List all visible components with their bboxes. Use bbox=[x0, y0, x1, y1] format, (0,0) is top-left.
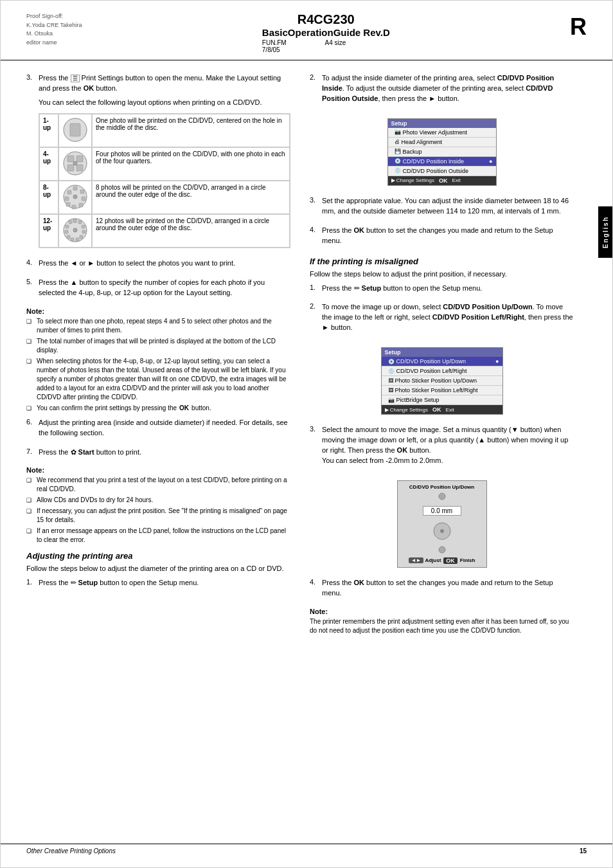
misaligned-step-2-num: 2. bbox=[310, 302, 319, 337]
right-step-4-num: 4. bbox=[310, 226, 319, 250]
misaligned-step-2-content: To move the image up or down, select CD/… bbox=[322, 302, 574, 337]
svg-rect-28 bbox=[71, 238, 74, 241]
setup-menu-2-item-5: 📷 PictBridge Setup bbox=[382, 395, 502, 405]
misaligned-step-2-text: To move the image up or down, select CD/… bbox=[322, 302, 574, 333]
layout-name-8up: 8-up bbox=[39, 181, 58, 214]
right-step-4-content: Press the OK button to set the changes y… bbox=[322, 226, 574, 250]
svg-rect-30 bbox=[65, 230, 68, 233]
note-3-title: Note: bbox=[310, 608, 574, 615]
misaligned-step-4-content: Press the OK button to set the changes y… bbox=[322, 578, 574, 602]
misaligned-step-1-content: Press the ✏ Setup button to open the Set… bbox=[322, 284, 574, 298]
header-meta: FUN.FM A4 size bbox=[262, 39, 390, 46]
note-1-item-1: To select more than one photo, repeat st… bbox=[26, 317, 290, 335]
note-2-title: Note: bbox=[26, 466, 290, 474]
note-2: Note: We recommend that you print a test… bbox=[26, 466, 290, 545]
layout-icon-4up bbox=[58, 147, 92, 181]
misaligned-step-1: 1. Press the ✏ Setup button to open the … bbox=[310, 284, 574, 298]
right-step-3-num: 3. bbox=[310, 196, 319, 221]
footer-left: Other Creative Printing Options bbox=[26, 847, 116, 854]
layout-row-1up: 1-up One photo will be print bbox=[39, 114, 290, 147]
setup-menu-2: Setup 💿 CD/DVD Position Up/Down ● 💿 CD/D… bbox=[381, 347, 503, 415]
misaligned-step-3: 3. Select the amount to move the image. … bbox=[310, 425, 574, 470]
svg-rect-12 bbox=[73, 186, 77, 190]
adjust-step-1-content: Press the ✏ Setup button to open the Set… bbox=[39, 578, 290, 592]
svg-point-11 bbox=[73, 195, 77, 199]
title-block: R4CG230 BasicOperationGuide Rev.D FUN.FM… bbox=[262, 12, 390, 53]
step-3: 3. Press the ☰ Print Settings button to … bbox=[26, 73, 290, 253]
adjusting-intro: Follow the steps below to adjust the dia… bbox=[26, 564, 290, 574]
right-step-2-text: To adjust the inside diameter of the pri… bbox=[322, 73, 574, 104]
fun-fm: FUN.FM bbox=[262, 39, 287, 46]
step-6: 6. Adjust the printing area (inside and … bbox=[26, 418, 290, 442]
adjust-step-1-num: 1. bbox=[26, 578, 35, 592]
note-1-title: Note: bbox=[26, 307, 290, 315]
step-4-num: 4. bbox=[26, 258, 35, 273]
step-5-num: 5. bbox=[26, 278, 35, 302]
content-area: 3. Press the ☰ Print Settings button to … bbox=[1, 60, 612, 653]
setup-menu-1-item-5: 💿 CD/DVD Position Outside bbox=[388, 167, 496, 176]
svg-point-36 bbox=[440, 529, 444, 533]
misaligned-step-2: 2. To move the image up or down, select … bbox=[310, 302, 574, 337]
english-tab: English bbox=[602, 216, 609, 248]
dial-row bbox=[432, 521, 452, 541]
setup-menu-1-item-1: 📷 Photo Viewer Adjustment bbox=[388, 128, 496, 138]
step-4-text: Press the ◄ or ► button to select the ph… bbox=[39, 258, 290, 269]
step-3-content: Press the ☰ Print Settings button to ope… bbox=[39, 73, 290, 253]
step-3-subtext: You can select the following layout opti… bbox=[39, 98, 290, 108]
right-step-3: 3. Set the appropriate value. You can ad… bbox=[310, 196, 574, 221]
page-container: Proof Sign-off: K.Yoda CRE Takehira M. O… bbox=[0, 0, 613, 868]
down-indicator bbox=[437, 546, 447, 555]
svg-rect-16 bbox=[72, 205, 76, 209]
step-4: 4. Press the ◄ or ► button to select the… bbox=[26, 258, 290, 273]
layout-desc-12up: 12 photos will be printed on the CD/DVD,… bbox=[92, 214, 290, 248]
note-3: Note: The printer remembers the print ad… bbox=[310, 608, 574, 635]
layout-desc-8up: 8 photos will be printed on the CD/DVD, … bbox=[92, 181, 290, 214]
layout-row-8up: 8-up bbox=[39, 181, 290, 214]
misaligned-step-4-num: 4. bbox=[310, 578, 319, 602]
main-title: R4CG230 bbox=[262, 12, 390, 27]
svg-rect-9 bbox=[76, 165, 83, 171]
step-7-num: 7. bbox=[26, 448, 35, 462]
page-footer: Other Creative Printing Options 15 bbox=[1, 844, 612, 858]
svg-rect-23 bbox=[78, 221, 82, 224]
right-step-3-content: Set the appropriate value. You can adjus… bbox=[322, 196, 574, 221]
note-1-item-4: You can confirm the print settings by pr… bbox=[26, 404, 290, 413]
step-5-content: Press the ▲ button to specify the number… bbox=[39, 278, 290, 302]
misaligned-step-3-num: 3. bbox=[310, 425, 319, 470]
right-step-4: 4. Press the OK button to set the change… bbox=[310, 226, 574, 250]
svg-rect-31 bbox=[66, 225, 69, 228]
header-size: A4 size bbox=[325, 39, 346, 46]
circle-dial: 0.0 mm bbox=[401, 493, 483, 555]
layout-row-4up: 4-up bbox=[39, 147, 290, 181]
step-6-num: 6. bbox=[26, 418, 35, 442]
svg-rect-19 bbox=[67, 190, 71, 194]
misaligned-intro: Follow the steps below to adjust the pri… bbox=[310, 269, 574, 280]
setup-menu-2-item-3: 🖼 Photo Sticker Position Up/Down bbox=[382, 376, 502, 386]
position-screen-footer: ◄► Adjust OK Finish bbox=[401, 557, 483, 564]
svg-rect-26 bbox=[80, 235, 83, 239]
misaligned-step-4-text: Press the OK button to set the changes y… bbox=[322, 578, 574, 599]
adjust-step-1-text: Press the ✏ Setup button to open the Set… bbox=[39, 578, 290, 588]
setup-menu-2-wrapper: Setup 💿 CD/DVD Position Up/Down ● 💿 CD/D… bbox=[310, 342, 574, 420]
layout-desc-4up: Four photos will be printed on the CD/DV… bbox=[92, 147, 290, 181]
right-column: 2. To adjust the inside diameter of the … bbox=[310, 73, 593, 640]
note-3-text: The printer remembers the print adjustme… bbox=[310, 617, 574, 635]
svg-rect-6 bbox=[67, 156, 74, 162]
setup-menu-2-item-1: 💿 CD/DVD Position Up/Down ● bbox=[382, 357, 502, 366]
step-3-num: 3. bbox=[26, 73, 35, 253]
layout-table: 1-up One photo will be print bbox=[39, 113, 290, 248]
note-2-item-3: If necessary, you can adjust the print p… bbox=[26, 507, 290, 525]
svg-rect-18 bbox=[65, 197, 69, 201]
r-badge: R bbox=[570, 12, 587, 53]
svg-point-37 bbox=[439, 547, 445, 553]
step-6-text: Adjust the printing area (inside and out… bbox=[39, 418, 290, 439]
setup-menu-2-footer: ▶ Change Settings OK Exit bbox=[382, 405, 502, 414]
misaligned-section-heading: If the printing is misaligned bbox=[310, 257, 574, 266]
svg-rect-29 bbox=[67, 235, 70, 239]
proof-signoff: Proof Sign-off: K.Yoda CRE Takehira M. O… bbox=[26, 12, 82, 53]
step-3-text: Press the ☰ Print Settings button to ope… bbox=[39, 73, 290, 94]
footer-right: 15 bbox=[580, 847, 587, 854]
svg-rect-25 bbox=[82, 230, 85, 233]
misaligned-step-3-content: Select the amount to move the image. Set… bbox=[322, 425, 574, 470]
svg-rect-15 bbox=[79, 203, 83, 207]
